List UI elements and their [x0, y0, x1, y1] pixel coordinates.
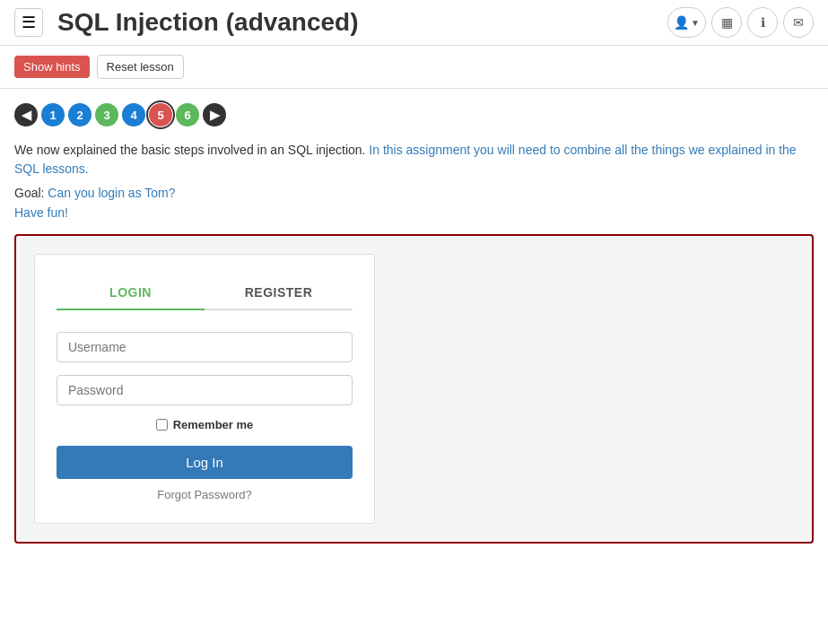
username-input[interactable] [57, 332, 353, 362]
username-group [57, 332, 353, 362]
tab-register[interactable]: REGISTER [205, 276, 353, 309]
chart-icon: ▦ [721, 15, 733, 30]
prev-arrow-icon: ◀ [22, 108, 31, 122]
header-actions: 👤 ▼ ▦ ℹ ✉ [667, 7, 814, 38]
chart-button[interactable]: ▦ [711, 7, 742, 38]
description-plain: We now explained the basic steps involve… [14, 143, 365, 157]
toolbar: Show hints Reset lesson [0, 46, 828, 89]
step-1[interactable]: 1 [41, 103, 65, 126]
goal-line: Goal: Can you login as Tom? [14, 186, 814, 200]
mail-icon: ✉ [793, 15, 804, 30]
step-5[interactable]: 5 [149, 103, 172, 126]
remember-checkbox[interactable] [156, 419, 168, 431]
content-area: ◀ 1 2 3 4 5 6 ▶ We now explained the bas… [0, 89, 828, 558]
page-title: SQL Injection (advanced) [57, 8, 667, 37]
password-input[interactable] [57, 375, 353, 405]
login-tabs: LOGIN REGISTER [57, 276, 353, 310]
next-arrow-icon: ▶ [210, 108, 220, 122]
next-step-button[interactable]: ▶ [203, 103, 226, 126]
step-navigation: ◀ 1 2 3 4 5 6 ▶ [14, 103, 814, 126]
menu-button[interactable]: ☰ [14, 8, 43, 37]
forgot-password-link[interactable]: Forgot Password? [57, 488, 353, 501]
mail-button[interactable]: ✉ [783, 7, 814, 38]
user-dropdown-icon: ▼ [691, 18, 700, 28]
show-hints-button[interactable]: Show hints [14, 56, 90, 78]
password-group [57, 375, 353, 405]
step-6[interactable]: 6 [176, 103, 199, 126]
step-3[interactable]: 3 [95, 103, 118, 126]
goal-label: Goal: [14, 186, 44, 200]
login-card: LOGIN REGISTER Remember me Log In Forgot… [34, 254, 375, 524]
prev-step-button[interactable]: ◀ [14, 103, 38, 126]
info-icon: ℹ [761, 15, 765, 30]
user-icon: 👤 [674, 15, 689, 30]
login-button[interactable]: Log In [57, 446, 353, 479]
remember-label: Remember me [173, 418, 254, 431]
info-button[interactable]: ℹ [747, 7, 778, 38]
user-button[interactable]: 👤 ▼ [667, 7, 706, 38]
menu-icon: ☰ [22, 13, 36, 32]
description-text: We now explained the basic steps involve… [14, 141, 814, 178]
step-2[interactable]: 2 [68, 103, 92, 126]
header: ☰ SQL Injection (advanced) 👤 ▼ ▦ ℹ ✉ [0, 0, 828, 46]
login-container: LOGIN REGISTER Remember me Log In Forgot… [14, 234, 814, 544]
have-fun-text: Have fun! [14, 205, 814, 220]
step-4[interactable]: 4 [122, 103, 145, 126]
reset-lesson-button[interactable]: Reset lesson [97, 55, 184, 79]
remember-row: Remember me [57, 418, 353, 431]
tab-login[interactable]: LOGIN [57, 276, 205, 310]
goal-text: Can you login as Tom? [48, 186, 175, 200]
